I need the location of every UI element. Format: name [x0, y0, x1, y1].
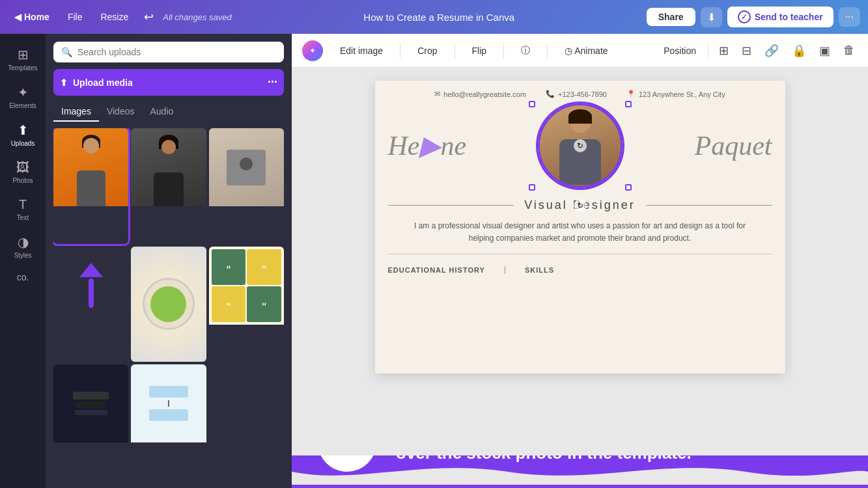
upload-more-button[interactable]: ···: [268, 75, 277, 89]
templates-icon: ⊞: [18, 47, 29, 62]
resume-name-section: He▶ne: [375, 103, 785, 195]
resume-card[interactable]: ✉ hello@reallygreatsite.com 📞 +123-456-7…: [375, 81, 785, 373]
navbar: ◀ Home File Resize ↩ All changes saved H…: [0, 0, 868, 34]
section-edu: EDUCATIONAL HISTORY: [388, 266, 485, 274]
list-item[interactable]: [131, 128, 206, 244]
rotate-handle[interactable]: ↻: [574, 139, 587, 152]
selection-handle-bl[interactable]: [529, 184, 535, 191]
images-grid: H H H H: [53, 128, 284, 480]
sidebar-item-text[interactable]: T Text: [4, 192, 42, 226]
link-icon-button[interactable]: 🔗: [762, 41, 781, 61]
animate-button[interactable]: ◷ Animate: [561, 43, 611, 59]
toolbar-sep-3: [503, 43, 504, 59]
search-icon: 🔍: [61, 47, 72, 57]
upload-icon: ⬆: [60, 77, 68, 88]
phone-icon: 📞: [546, 90, 555, 98]
animate-label: Animate: [574, 46, 608, 56]
lock-icon-button[interactable]: 🔒: [789, 41, 809, 61]
send-teacher-label: Send to teacher: [755, 12, 823, 22]
more-options-button[interactable]: ···: [839, 7, 860, 27]
phone-text: +123-456-7890: [558, 90, 607, 98]
frame-icon-button[interactable]: ▣: [817, 41, 833, 61]
list-item[interactable]: [53, 247, 128, 362]
list-item[interactable]: [131, 364, 206, 480]
profile-photo[interactable]: ↻: [538, 103, 623, 188]
sidebar-item-elements[interactable]: ✦ Elements: [4, 79, 42, 115]
sidebar-elements-label: Elements: [9, 102, 36, 109]
toolbar-sep-4: [547, 43, 548, 59]
step-circle: Step 8: [318, 455, 376, 472]
upload-media-button[interactable]: ⬆ Upload media ···: [53, 69, 284, 96]
resume-address: 📍 123 Anywhere St., Any City: [626, 90, 725, 98]
search-input[interactable]: [77, 47, 276, 57]
tab-bar: Images Videos Audio: [53, 102, 284, 122]
tab-audio[interactable]: Audio: [142, 102, 181, 122]
flip-button[interactable]: Flip: [468, 43, 491, 59]
brand-icon: co.: [17, 272, 29, 282]
styles-icon: ◑: [18, 234, 29, 250]
crop-button[interactable]: Crop: [413, 43, 441, 59]
list-item[interactable]: [209, 128, 284, 244]
selection-handle-tl[interactable]: [529, 101, 535, 107]
send-teacher-button[interactable]: ✓ Send to teacher: [727, 7, 833, 27]
uploads-icon: ⬆: [18, 122, 29, 138]
search-box: 🔍: [53, 42, 284, 62]
selection-handle-br[interactable]: [625, 184, 632, 191]
info-button[interactable]: ⓘ: [517, 42, 534, 59]
navbar-right: Share ⬇ ✓ Send to teacher ···: [647, 7, 860, 27]
list-item[interactable]: H H H H: [209, 247, 284, 362]
title-rotate-handle[interactable]: ↻: [574, 199, 587, 212]
resume-title-row: Visual Designer ↻: [375, 195, 785, 216]
checkmark-icon: ✓: [738, 10, 751, 23]
left-divider: [388, 205, 514, 206]
bottom-overlay: Step 8 After uploading the picture, drag…: [292, 455, 868, 488]
sidebar-item-photos[interactable]: 🖼 Photos: [4, 155, 42, 189]
undo-button[interactable]: ↩: [140, 7, 158, 27]
sidebar-item-styles[interactable]: ◑ Styles: [4, 229, 42, 264]
resume-phone: 📞 +123-456-7890: [546, 90, 607, 98]
layout-icon-button[interactable]: ⊞: [716, 41, 731, 61]
tab-images[interactable]: Images: [53, 102, 99, 122]
home-button[interactable]: ◀ Home: [8, 9, 56, 25]
instruction-line-2: over the stock photo in the template.: [396, 455, 692, 463]
resume-sections: EDUCATIONAL HISTORY SKILLS: [375, 260, 785, 280]
list-item[interactable]: [131, 247, 206, 362]
position-button[interactable]: Position: [660, 43, 700, 59]
toolbar-sep-2: [455, 43, 455, 59]
edit-image-button[interactable]: Edit image: [336, 43, 387, 59]
collapse-panel-button[interactable]: ❮: [289, 248, 292, 274]
sidebar-styles-label: Styles: [14, 252, 31, 259]
chevron-left-icon: ◀: [14, 12, 21, 22]
toolbar-right: Position ⊞ ⊟ 🔗 🔒 ▣ 🗑: [660, 41, 858, 61]
toolbar: ✦ Edit image Crop Flip ⓘ ◷ Animate Posit…: [292, 34, 868, 68]
email-icon: ✉: [434, 90, 440, 98]
sidebar-text-label: Text: [17, 214, 29, 221]
tab-videos[interactable]: Videos: [99, 102, 143, 122]
document-title[interactable]: How to Create a Resume in Canva: [237, 12, 641, 23]
share-button[interactable]: Share: [647, 8, 695, 26]
section-divider: [505, 266, 505, 274]
upload-label: Upload media: [73, 77, 133, 88]
list-item[interactable]: [53, 364, 128, 480]
toolbar-sep-1: [400, 43, 400, 59]
left-panel: 🔍 ⬆ Upload media ··· Images Videos Audio: [46, 34, 292, 488]
sidebar-item-brand[interactable]: co.: [4, 267, 42, 290]
download-button[interactable]: ⬇: [701, 7, 722, 27]
upload-btn-inner: ⬆ Upload media: [60, 77, 133, 88]
magic-button[interactable]: ✦: [302, 40, 323, 61]
toolbar-sep-5: [708, 43, 708, 59]
canvas-content: ✉ hello@reallygreatsite.com 📞 +123-456-7…: [292, 68, 868, 455]
instruction-text: After uploading the picture, drag and pl…: [396, 455, 756, 465]
list-item[interactable]: [53, 128, 128, 244]
sidebar-item-uploads[interactable]: ⬆ Uploads: [4, 117, 42, 152]
elements-icon: ✦: [18, 85, 29, 100]
resize-button[interactable]: Resize: [94, 9, 135, 25]
sidebar-item-templates[interactable]: ⊞ Templates: [4, 42, 42, 77]
file-button[interactable]: File: [61, 9, 89, 25]
selection-handle-tr[interactable]: [625, 101, 632, 107]
first-name-text: He: [388, 131, 420, 161]
grid-icon-button[interactable]: ⊟: [739, 41, 754, 61]
resume-email: ✉ hello@reallygreatsite.com: [434, 90, 526, 98]
main-layout: ⊞ Templates ✦ Elements ⬆ Uploads 🖼 Photo…: [0, 34, 868, 488]
delete-icon-button[interactable]: 🗑: [841, 41, 858, 60]
